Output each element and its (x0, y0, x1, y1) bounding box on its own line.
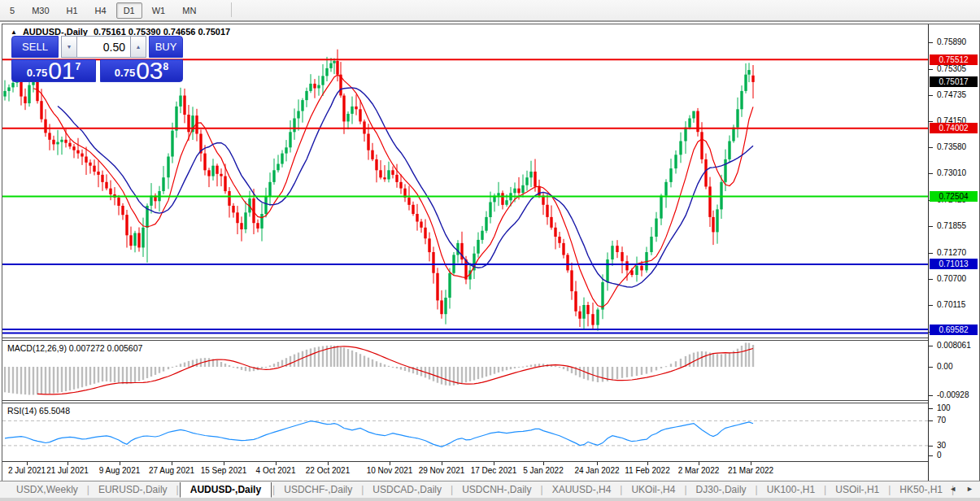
volume-stepper: ▼ 0.50 ▲ (61, 36, 146, 58)
rsi-axis-tick: 70 (937, 416, 946, 425)
volume-input[interactable]: 0.50 (77, 36, 130, 58)
buy-price-sup: 8 (163, 61, 169, 72)
axis-tick-mark (929, 121, 933, 122)
price-axis-column: 0.758900.753050.747350.741500.735800.730… (928, 24, 979, 481)
timeframe-button-mn[interactable]: MN (175, 2, 203, 19)
sell-price-big: 01 (48, 60, 75, 81)
price-axis-tick: 0.70700 (937, 274, 966, 283)
chart-tab-usdchf-daily[interactable]: USDCHF-,Daily (276, 482, 360, 497)
timeframe-toolbar: 5M30H1H4D1W1MN (0, 0, 980, 22)
chart-tab-usdcnh-daily[interactable]: USDCNH-,Daily (454, 482, 539, 497)
time-axis-label: 2 Jul 2021 (8, 466, 46, 475)
macd-axis-tick: 0.008061 (937, 341, 971, 350)
time-axis-tick-mark (647, 462, 648, 465)
time-axis-label: 5 Jan 2022 (523, 466, 564, 475)
chart-tab-uk100-h1[interactable]: UK100-,H1 (759, 482, 823, 497)
axis-tick-mark (929, 279, 933, 280)
timeframe-button-m30[interactable]: M30 (24, 2, 56, 19)
price-level-label: 0.71013 (930, 259, 978, 269)
sell-price-panel[interactable]: 0.75 01 7 (11, 59, 96, 82)
rsi-indicator-label: RSI(14) 65.5048 (7, 406, 70, 416)
timeframe-button-d1[interactable]: D1 (116, 2, 142, 19)
price-axis-tick: 0.70115 (937, 300, 965, 309)
timeframe-button-5[interactable]: 5 (2, 2, 22, 19)
axis-tick-mark (929, 173, 933, 174)
buy-price-prefix: 0.75 (115, 67, 135, 79)
price-axis-tick: 0.73580 (937, 142, 966, 151)
time-axis-tick-mark (390, 462, 390, 465)
volume-decrease-button[interactable]: ▼ (61, 36, 77, 58)
chart-tab-dj30-daily[interactable]: DJ30-,Daily (688, 482, 755, 497)
axis-tick-mark (929, 367, 933, 368)
chart-tab-bar: USDX,Weekly|EURUSD-,Daily|AUDUSD-,Daily|… (0, 481, 980, 498)
macd-axis-tick: -0.00928 (937, 390, 969, 399)
chart-tab-list: USDX,Weekly|EURUSD-,Daily|AUDUSD-,Daily|… (8, 482, 955, 498)
time-axis-tick-mark (328, 462, 329, 465)
buy-button[interactable]: BUY (149, 36, 183, 58)
time-axis-label: 21 Mar 2022 (728, 466, 773, 475)
rsi-axis-tick: 30 (937, 441, 946, 450)
buy-price-panel[interactable]: 0.75 03 8 (100, 59, 183, 82)
timeframe-button-w1[interactable]: W1 (145, 2, 173, 19)
axis-tick-mark (929, 446, 933, 447)
axis-tick-mark (929, 420, 933, 421)
axis-tick-mark (929, 395, 933, 396)
price-axis-tick: 0.71855 (937, 221, 966, 230)
time-axis-tick-mark (68, 462, 68, 465)
price-axis-tick: 0.73010 (937, 168, 966, 177)
chart-tab-ukoil-h4[interactable]: UKOil-,H4 (623, 482, 683, 497)
time-axis-tick-mark (120, 462, 120, 465)
one-click-trade-widget: SELL ▼ 0.50 ▲ BUY 0.75 01 7 0.75 03 8 (11, 36, 183, 82)
time-axis: 2 Jul 202121 Jul 20219 Aug 202127 Aug 20… (2, 462, 928, 481)
rsi-axis-tick: 0 (937, 451, 942, 460)
price-axis-tick: 0.75890 (937, 37, 966, 46)
macd-indicator-label: MACD(12,26,9) 0.007272 0.005607 (7, 343, 142, 353)
collapse-chart-icon[interactable]: ▲ (11, 28, 17, 36)
chart-tab-usdx-weekly[interactable]: USDX,Weekly (8, 482, 86, 497)
axis-tick-mark (929, 95, 933, 96)
chart-tab-xauusd-h4[interactable]: XAUUSD-,H4 (544, 482, 620, 497)
price-axis-tick: 0.75305 (937, 64, 966, 73)
price-axis-tick: 0.71270 (937, 248, 966, 257)
axis-tick-mark (929, 226, 933, 227)
time-axis-tick-mark (172, 462, 172, 465)
macd-pane: MACD(12,26,9) 0.007272 0.005607 (2, 341, 928, 400)
axis-tick-mark (929, 408, 933, 409)
price-axis-tick: 0.74735 (937, 90, 966, 99)
sell-price-sup: 7 (76, 61, 81, 72)
time-axis-label: 10 Nov 2021 (367, 466, 413, 475)
time-axis-label: 4 Oct 2021 (256, 466, 296, 475)
timeframe-button-group: 5M30H1H4D1W1MN (0, 2, 203, 19)
time-axis-tick-mark (699, 462, 699, 465)
price-pane: ▲ AUDUSD-,Daily 0.75161 0.75390 0.74656 … (2, 24, 928, 338)
time-axis-tick-mark (276, 462, 277, 465)
time-axis-label: 21 Jul 2021 (46, 466, 89, 475)
tab-scroll-left-icon[interactable]: ◄ (949, 485, 956, 493)
time-axis-label: 22 Oct 2021 (306, 466, 350, 475)
time-axis-label: 2 Mar 2022 (678, 466, 720, 475)
toolbar-separator (231, 2, 232, 17)
time-axis-tick-mark (442, 462, 442, 465)
chart-tab-audusd-daily[interactable]: AUDUSD-,Daily (180, 482, 272, 498)
axis-tick-mark (929, 346, 933, 346)
sell-button[interactable]: SELL (11, 36, 59, 58)
axis-tick-mark (929, 305, 933, 306)
chart-tab-eurusd-daily[interactable]: EURUSD-,Daily (90, 482, 176, 497)
rsi-pane: RSI(14) 65.5048 (2, 403, 928, 462)
volume-increase-button[interactable]: ▲ (130, 36, 146, 58)
timeframe-button-h1[interactable]: H1 (59, 2, 85, 19)
tab-scroll-right-icon[interactable]: ► (966, 485, 973, 493)
chart-tab-hk50-h1[interactable]: HK50-,H1 (891, 482, 951, 497)
price-level-label: 0.74002 (930, 123, 978, 133)
chart-tab-usoil-h1[interactable]: USOil-,H1 (827, 482, 887, 497)
time-axis-tick-mark (494, 462, 494, 465)
time-axis-tick-mark (224, 462, 224, 465)
rsi-chart-canvas[interactable] (2, 403, 928, 461)
time-axis-label: 15 Sep 2021 (201, 466, 247, 475)
time-axis-tick-mark (27, 462, 28, 465)
timeframe-button-h4[interactable]: H4 (88, 2, 114, 19)
chart-tab-usdcad-daily[interactable]: USDCAD-,Daily (364, 482, 450, 497)
axis-tick-mark (929, 69, 933, 70)
axis-tick-mark (929, 147, 933, 148)
price-level-label: 0.75017 (930, 76, 978, 87)
